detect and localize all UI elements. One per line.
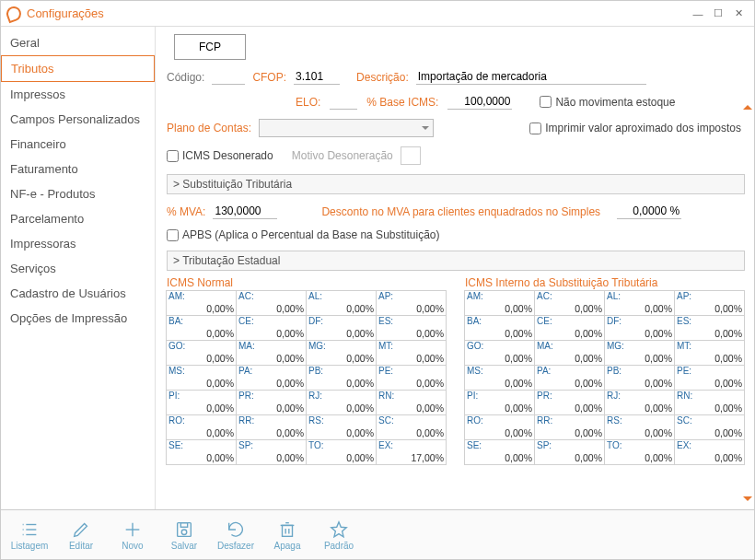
icms-cell-ac[interactable]: AC:0,00% xyxy=(236,290,307,316)
scroll-up-icon[interactable] xyxy=(743,100,752,110)
icms-cell-sc[interactable]: SC:0,00% xyxy=(376,414,447,440)
icms-cell-ms[interactable]: MS:0,00% xyxy=(166,365,237,391)
sidebar-item-geral[interactable]: Geral xyxy=(1,30,155,55)
icms-cell-pa[interactable]: PA:0,00% xyxy=(534,365,605,391)
imprimir-aprox-checkbox[interactable]: Imprimir valor aproximado dos impostos xyxy=(529,122,741,134)
padrao-button[interactable]: Padrão xyxy=(319,519,358,551)
icms-cell-es[interactable]: ES:0,00% xyxy=(674,315,745,341)
icms-cell-al[interactable]: AL:0,00% xyxy=(306,290,377,316)
icms-cell-ma[interactable]: MA:0,00% xyxy=(534,340,605,366)
apaga-label: Apaga xyxy=(274,541,301,551)
fcp-button[interactable]: FCP xyxy=(174,34,246,60)
icms-cell-rj[interactable]: RJ:0,00% xyxy=(306,390,377,415)
icms-cell-mg[interactable]: MG:0,00% xyxy=(604,340,675,366)
sidebar-item-impressoras[interactable]: Impressoras xyxy=(1,231,155,256)
icms-cell-pe[interactable]: PE:0,00% xyxy=(674,365,745,391)
motivo-desoneracao-input[interactable] xyxy=(401,146,421,165)
icms-cell-ba[interactable]: BA:0,00% xyxy=(464,315,535,341)
icms-cell-go[interactable]: GO:0,00% xyxy=(166,340,237,366)
icms-cell-se[interactable]: SE:0,00% xyxy=(166,439,237,465)
icms-cell-to[interactable]: TO:0,00% xyxy=(604,439,675,465)
apbs-checkbox[interactable]: APBS (Aplica o Percentual da Base na Sub… xyxy=(167,228,440,241)
icms-cell-pa[interactable]: PA:0,00% xyxy=(236,365,307,391)
icms-cell-ba[interactable]: BA:0,00% xyxy=(166,315,237,341)
editar-button[interactable]: Editar xyxy=(62,519,100,551)
salvar-button[interactable]: Salvar xyxy=(165,519,203,551)
icms-cell-ex[interactable]: EX:17,00% xyxy=(376,439,447,465)
icms-cell-df[interactable]: DF:0,00% xyxy=(604,315,675,341)
sidebar-item-campos-personalizados[interactable]: Campos Personalizados xyxy=(1,107,155,132)
sidebar-item-tributos[interactable]: Tributos xyxy=(1,55,155,82)
icms-cell-rn[interactable]: RN:0,00% xyxy=(674,390,745,415)
icms-cell-ac[interactable]: AC:0,00% xyxy=(534,290,605,316)
icms-cell-mt[interactable]: MT:0,00% xyxy=(376,340,447,366)
icms-cell-pb[interactable]: PB:0,00% xyxy=(306,365,377,391)
icms-cell-pe[interactable]: PE:0,00% xyxy=(376,365,447,391)
sidebar-item-nf-e-produtos[interactable]: NF-e - Produtos xyxy=(1,181,155,206)
icms-cell-sc[interactable]: SC:0,00% xyxy=(674,414,745,440)
icms-cell-es[interactable]: ES:0,00% xyxy=(376,315,447,341)
sidebar-item-financeiro[interactable]: Financeiro xyxy=(1,132,155,157)
desfazer-button[interactable]: Desfazer xyxy=(216,519,255,551)
icms-cell-rj[interactable]: RJ:0,00% xyxy=(604,390,675,415)
icms-cell-pb[interactable]: PB:0,00% xyxy=(604,365,675,391)
section-tributacao-estadual[interactable]: > Tributação Estadual xyxy=(167,251,745,271)
icms-cell-am[interactable]: AM:0,00% xyxy=(166,290,237,316)
desc-mva-label: Desconto no MVA para clientes enquadrado… xyxy=(321,205,600,218)
icms-cell-se[interactable]: SE:0,00% xyxy=(464,439,535,465)
icms-cell-rs[interactable]: RS:0,00% xyxy=(604,414,675,440)
icms-cell-rs[interactable]: RS:0,00% xyxy=(306,414,377,440)
icms-cell-rr[interactable]: RR:0,00% xyxy=(236,414,307,440)
icms-cell-mg[interactable]: MG:0,00% xyxy=(306,340,377,366)
elo-input[interactable] xyxy=(330,94,357,110)
icms-cell-pi[interactable]: PI:0,00% xyxy=(464,390,535,415)
icms-cell-pi[interactable]: PI:0,00% xyxy=(166,390,237,415)
listagem-button[interactable]: Listagem xyxy=(10,519,49,551)
apaga-button[interactable]: Apaga xyxy=(268,519,307,551)
minimize-button[interactable]: — xyxy=(688,6,708,22)
icms-cell-ce[interactable]: CE:0,00% xyxy=(236,315,307,341)
icms-cell-df[interactable]: DF:0,00% xyxy=(306,315,377,341)
cfop-input[interactable] xyxy=(294,69,340,85)
icms-cell-al[interactable]: AL:0,00% xyxy=(604,290,675,316)
icms-cell-go[interactable]: GO:0,00% xyxy=(464,340,535,366)
icms-desonerado-checkbox[interactable]: ICMS Desonerado xyxy=(167,149,273,162)
base-icms-input[interactable] xyxy=(447,94,512,110)
sidebar-item-faturamento[interactable]: Faturamento xyxy=(1,157,155,181)
scroll-down-icon[interactable] xyxy=(743,496,752,506)
desc-mva-input[interactable] xyxy=(617,204,681,219)
sidebar-item-servi-os[interactable]: Serviços xyxy=(1,256,155,281)
icms-cell-am[interactable]: AM:0,00% xyxy=(464,290,535,316)
sidebar-item-parcelamento[interactable]: Parcelamento xyxy=(1,206,155,231)
icms-cell-ex[interactable]: EX:0,00% xyxy=(674,439,745,465)
icms-cell-ap[interactable]: AP:0,00% xyxy=(674,290,745,316)
icms-cell-pr[interactable]: PR:0,00% xyxy=(534,390,605,415)
icms-cell-ma[interactable]: MA:0,00% xyxy=(236,340,307,366)
icms-cell-ro[interactable]: RO:0,00% xyxy=(464,414,535,440)
icms-cell-sp[interactable]: SP:0,00% xyxy=(236,439,307,465)
codigo-label: Código: xyxy=(167,71,204,84)
sidebar-item-op-es-de-impress-o[interactable]: Opções de Impressão xyxy=(1,306,155,331)
base-icms-label: % Base ICMS: xyxy=(366,96,438,109)
close-button[interactable]: ✕ xyxy=(728,6,749,22)
icms-cell-ro[interactable]: RO:0,00% xyxy=(166,414,237,440)
codigo-input[interactable] xyxy=(212,69,245,85)
section-substituicao[interactable]: > Substituição Tributária xyxy=(167,174,745,194)
icms-cell-to[interactable]: TO:0,00% xyxy=(306,439,377,465)
icms-cell-rn[interactable]: RN:0,00% xyxy=(376,390,447,415)
icms-cell-pr[interactable]: PR:0,00% xyxy=(236,390,307,415)
icms-cell-sp[interactable]: SP:0,00% xyxy=(534,439,605,465)
plano-contas-select[interactable] xyxy=(259,119,434,137)
sidebar-item-cadastro-de-usu-rios[interactable]: Cadastro de Usuários xyxy=(1,281,155,306)
icms-cell-ap[interactable]: AP:0,00% xyxy=(376,290,447,316)
nao-movimenta-checkbox[interactable]: Não movimenta estoque xyxy=(540,96,675,109)
maximize-button[interactable]: ☐ xyxy=(708,6,728,22)
icms-cell-rr[interactable]: RR:0,00% xyxy=(534,414,605,440)
icms-cell-mt[interactable]: MT:0,00% xyxy=(674,340,745,366)
icms-cell-ms[interactable]: MS:0,00% xyxy=(464,365,535,391)
mva-input[interactable] xyxy=(213,204,277,219)
descricao-input[interactable] xyxy=(416,69,646,85)
icms-cell-ce[interactable]: CE:0,00% xyxy=(534,315,605,341)
novo-button[interactable]: Novo xyxy=(113,519,152,551)
sidebar-item-impressos[interactable]: Impressos xyxy=(1,82,155,107)
